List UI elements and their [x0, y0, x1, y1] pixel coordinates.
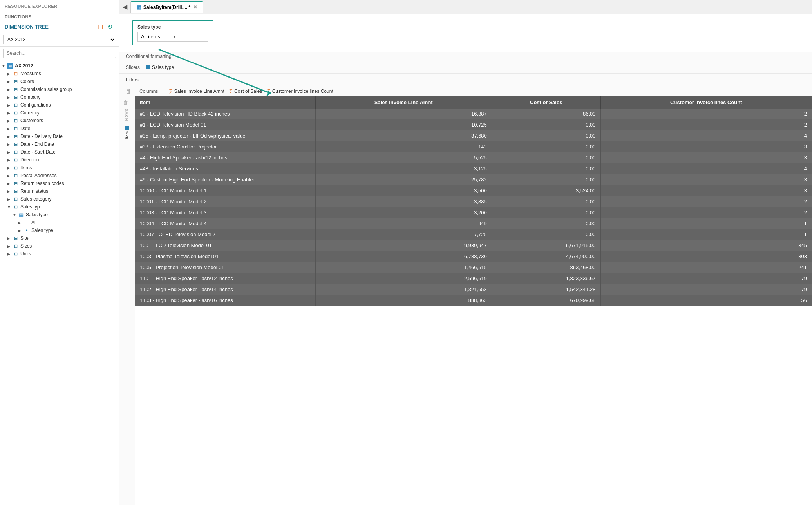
columns-label: Columns	[139, 89, 158, 94]
cell-count: 303	[600, 251, 812, 262]
dimension-tree-title: DIMENSION TREE	[5, 24, 49, 30]
cell-count: 3	[600, 174, 812, 185]
data-table: Item Sales Invoice Line Amnt Cost of Sal…	[135, 96, 812, 306]
col-label-customer-invoice: Customer invoice lines Count	[272, 89, 333, 94]
tree-node-company[interactable]: ▶ ⊞ Company	[5, 93, 119, 101]
tree-node-return-status[interactable]: ▶ ⊞ Return status	[5, 187, 119, 195]
cell-sales: 6,788,730	[315, 251, 492, 262]
sidebar: RESOURCE EXPLORER FUNCTIONS DIMENSION TR…	[0, 0, 119, 505]
tree-label-postal: Postal Addresses	[20, 173, 57, 178]
filter-dropdown[interactable]: All items ▼	[137, 32, 208, 42]
collapse-sidebar-button[interactable]: ◀	[123, 3, 127, 11]
cell-count: 3	[600, 185, 812, 196]
dimension-tree-actions: ⊟ ↻	[98, 23, 114, 30]
ax-version-select[interactable]: AX 2012	[3, 35, 116, 44]
tree-node-sales-type-table[interactable]: ▼ ▦ Sales type	[11, 211, 119, 219]
table-row: 1005 - Projection Television Model 01 1,…	[135, 262, 812, 273]
filters-label[interactable]: Filters	[126, 77, 139, 83]
tree-container: ▼ ▦ AX 2012 ▶ ⊞ Measures ▶ ⊞ Colors ▶ ⊞ …	[0, 60, 119, 505]
dim-icon-sales-type: ⊞	[13, 204, 19, 210]
cell-item: #38 - Extension Cord for Projector	[135, 141, 315, 152]
rows-trash-icon[interactable]: 🗑	[123, 100, 128, 105]
toggle-sizes: ▶	[7, 244, 13, 248]
cube-icon: ▦	[7, 63, 13, 69]
dim-icon-customers: ⊞	[13, 118, 19, 124]
tree-node-items[interactable]: ▶ ⊞ Items	[5, 164, 119, 172]
table-row: #38 - Extension Cord for Projector 142 0…	[135, 141, 812, 152]
tree-node-commission[interactable]: ▶ ⊞ Commission sales group	[5, 85, 119, 93]
tree-node-units[interactable]: ▶ ⊞ Units	[5, 250, 119, 258]
refresh-icon[interactable]: ↻	[107, 23, 114, 30]
cell-cost: 86.09	[492, 109, 600, 119]
tree-node-colors[interactable]: ▶ ⊞ Colors	[5, 78, 119, 85]
dim-icon-sales-category: ⊞	[13, 196, 19, 202]
conditional-formatting-button[interactable]: Conditional formatting	[126, 54, 172, 59]
cell-item: 1003 - Plasma Television Model 01	[135, 251, 315, 262]
tab-bar: ◀ ▦ SalesByItem(Drill.... * ✕	[119, 0, 812, 14]
tree-node-customers[interactable]: ▶ ⊞ Customers	[5, 117, 119, 125]
tree-node-site[interactable]: ▶ ⊞ Site	[5, 234, 119, 242]
cell-sales: 3,125	[315, 163, 492, 174]
cell-count: 1	[600, 229, 812, 240]
cell-count: 241	[600, 262, 812, 273]
filter-box-label: Sales type	[137, 24, 208, 30]
cell-count: 4	[600, 130, 812, 141]
active-tab[interactable]: ▦ SalesByItem(Drill.... * ✕	[130, 1, 203, 13]
tree-node-return-reason[interactable]: ▶ ⊞ Return reason codes	[5, 179, 119, 187]
ax-version-selector[interactable]: AX 2012	[0, 33, 119, 47]
tree-label-configurations: Configurations	[20, 102, 51, 108]
trash-icon[interactable]: 🗑	[126, 88, 132, 94]
col-label-sales-invoice: Sales Invoice Line Amnt	[174, 89, 224, 94]
main-content: ◀ ▦ SalesByItem(Drill.... * ✕ Sales type…	[119, 0, 812, 505]
cell-sales: 9,939,947	[315, 240, 492, 251]
search-box[interactable]	[0, 47, 119, 60]
tree-node-direction[interactable]: ▶ ⊞ Direction	[5, 156, 119, 164]
dim-icon-return-reason: ⊞	[13, 180, 19, 186]
dim-icon-date-start: ⊞	[13, 149, 19, 155]
cell-cost: 0.00	[492, 163, 600, 174]
tree-node-date-end[interactable]: ▶ ⊞ Date - End Date	[5, 140, 119, 148]
table-row: 1103 - High End Speaker - ash/16 inches …	[135, 295, 812, 306]
tree-node-configurations[interactable]: ▶ ⊞ Configurations	[5, 101, 119, 109]
toggle-return-status: ▶	[7, 189, 13, 194]
tree-node-currency[interactable]: ▶ ⊞ Currency	[5, 109, 119, 117]
tab-close-button[interactable]: ✕	[194, 5, 197, 10]
table-row: #4 - High End Speaker - ash/12 inches 5,…	[135, 152, 812, 163]
cell-sales: 888,363	[315, 295, 492, 306]
tree-label-all: All	[31, 220, 36, 225]
tree-label-colors: Colors	[20, 79, 34, 84]
tree-node-measures[interactable]: ▶ ⊞ Measures	[5, 70, 119, 78]
cell-count: 4	[600, 163, 812, 174]
dot-icon-sales-type: •	[24, 227, 30, 233]
cell-item: #1 - LCD Television Model 01	[135, 119, 315, 130]
filters-row: Filters	[119, 74, 812, 86]
table-row: 1003 - Plasma Television Model 01 6,788,…	[135, 251, 812, 262]
tree-node-sales-type-leaf[interactable]: ▶ • Sales type	[16, 226, 119, 234]
cell-sales: 7,725	[315, 229, 492, 240]
slicers-label: Slicers	[126, 65, 140, 70]
tree-node-ax2012[interactable]: ▼ ▦ AX 2012	[0, 62, 119, 70]
tree-node-date[interactable]: ▶ ⊞ Date	[5, 125, 119, 132]
cell-cost: 670,999.68	[492, 295, 600, 306]
tree-node-date-start[interactable]: ▶ ⊞ Date - Start Date	[5, 148, 119, 156]
table-row: 10000 - LCD Monitor Model 1 3,500 3,524.…	[135, 185, 812, 196]
cell-sales: 10,725	[315, 119, 492, 130]
tree-node-all[interactable]: ▶ — All	[16, 219, 119, 226]
tree-icon[interactable]: ⊟	[98, 23, 105, 30]
search-input[interactable]	[3, 49, 116, 58]
cell-count: 2	[600, 119, 812, 130]
th-cost-of-sales: Cost of Sales	[492, 96, 600, 109]
cell-count: 345	[600, 240, 812, 251]
col-label-cost: Cost of Sales	[234, 89, 262, 94]
dim-icon-date: ⊞	[13, 125, 19, 132]
tree-node-sizes[interactable]: ▶ ⊞ Sizes	[5, 242, 119, 250]
tree-node-sales-type[interactable]: ▼ ⊞ Sales type	[5, 203, 119, 211]
tree-node-sales-category[interactable]: ▶ ⊞ Sales category	[5, 195, 119, 203]
tree-label-measures: Measures	[20, 71, 41, 76]
dim-icon-postal: ⊞	[13, 172, 19, 179]
tree-node-date-delivery[interactable]: ▶ ⊞ Date - Delivery Date	[5, 132, 119, 140]
dropdown-arrow: ▼	[173, 34, 204, 39]
cell-cost: 0.00	[492, 174, 600, 185]
line-icon-all: —	[24, 219, 30, 226]
tree-node-postal[interactable]: ▶ ⊞ Postal Addresses	[5, 172, 119, 179]
